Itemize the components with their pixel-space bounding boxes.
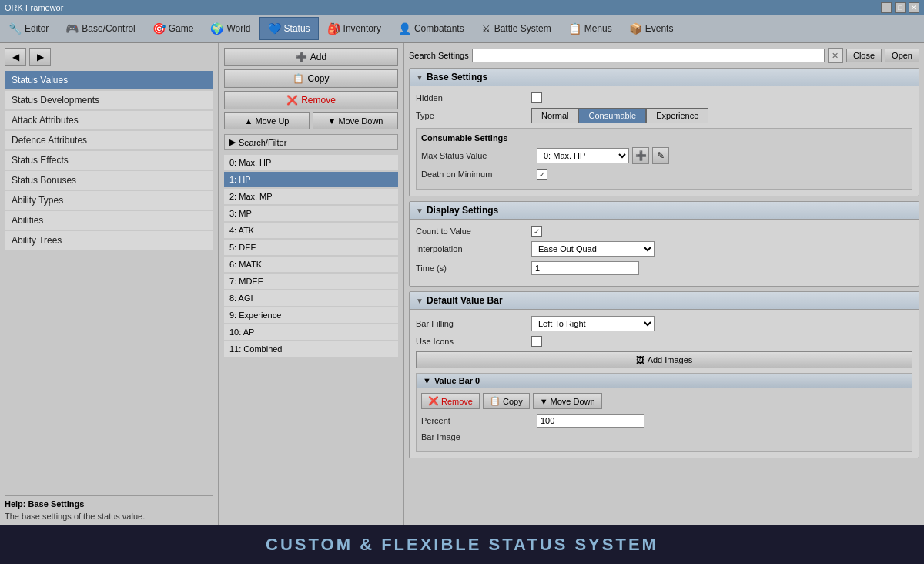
list-item-2[interactable]: 2: Max. MP xyxy=(224,189,398,204)
death-on-minimum-checkbox[interactable] xyxy=(537,169,547,180)
value-bar-0-section: ▼ Value Bar 0 ❌ Remove 📋 Copy xyxy=(416,373,912,452)
display-settings-arrow-icon: ▼ xyxy=(416,206,424,215)
type-field: Type Normal Consumable Experience xyxy=(416,108,912,123)
death-on-minimum-label: Death on Minimum xyxy=(421,170,537,179)
tab-menus[interactable]: 📋 Menus xyxy=(560,17,621,40)
sidebar-item-status-values[interactable]: Status Values xyxy=(5,71,213,89)
hidden-checkbox[interactable] xyxy=(531,92,542,103)
search-input[interactable] xyxy=(472,49,825,62)
remove-button[interactable]: ❌ Remove xyxy=(224,91,398,109)
close-btn[interactable]: ✕ xyxy=(909,2,919,13)
move-down-button[interactable]: ▼ Move Down xyxy=(313,112,398,129)
list-item-11[interactable]: 11: Combined xyxy=(224,341,398,357)
death-on-minimum-field: Death on Minimum xyxy=(421,169,907,180)
nav-forward-btn[interactable]: ▶ xyxy=(29,48,51,66)
search-label: Search Settings xyxy=(409,51,469,60)
value-bar-copy-button[interactable]: 📋 Copy xyxy=(483,393,530,409)
use-icons-checkbox[interactable] xyxy=(531,336,542,347)
inventory-icon: 🎒 xyxy=(327,22,340,35)
value-bar-0-arrow-icon: ▼ xyxy=(423,376,431,385)
value-bar-remove-button[interactable]: ❌ Remove xyxy=(421,393,480,409)
max-status-add-btn[interactable]: ➕ xyxy=(632,147,649,164)
add-images-button[interactable]: 🖼 Add Images xyxy=(416,351,912,368)
count-to-value-checkbox[interactable] xyxy=(531,226,542,237)
tab-battle-system[interactable]: ⚔ Battle System xyxy=(473,17,560,40)
vb-move-down-icon: ▼ xyxy=(540,397,548,406)
tab-events[interactable]: 📦 Events xyxy=(621,17,682,40)
add-button[interactable]: ➕ Add xyxy=(224,48,398,66)
tab-combatants[interactable]: 👤 Combatants xyxy=(390,17,473,40)
list-item-5[interactable]: 5: DEF xyxy=(224,240,398,255)
consumable-settings-subsection: Consumable Settings Max Status Value 0: … xyxy=(416,128,912,190)
list-item-1[interactable]: 1: HP xyxy=(224,172,398,187)
tab-base-control[interactable]: 🎮 Base/Control xyxy=(57,17,143,40)
bar-image-label: Bar Image xyxy=(421,432,537,441)
help-text: The base settings of the status value. xyxy=(5,512,213,521)
percent-field: Percent xyxy=(421,414,907,428)
close-button[interactable]: Close xyxy=(846,49,882,62)
list-item-3[interactable]: 3: MP xyxy=(224,206,398,221)
max-status-value-value: 0: Max. HP ➕ ✎ xyxy=(537,147,669,164)
title-bar: ORK Framewor ─ □ ✕ xyxy=(0,0,924,15)
sidebar-item-status-bonuses[interactable]: Status Bonuses xyxy=(5,171,213,190)
tab-inventory[interactable]: 🎒 Inventory xyxy=(319,17,390,40)
tab-world[interactable]: 🌍 World xyxy=(202,17,259,40)
list-item-10[interactable]: 10: AP xyxy=(224,324,398,340)
minimize-btn[interactable]: ─ xyxy=(881,2,892,13)
bottom-banner: CUSTOM & FLEXIBLE STATUS SYSTEM xyxy=(0,525,924,564)
sidebar-item-attack-attributes[interactable]: Attack Attributes xyxy=(5,111,213,129)
time-input[interactable] xyxy=(531,261,639,275)
type-experience-button[interactable]: Experience xyxy=(646,108,708,123)
list-item-8[interactable]: 8: AGI xyxy=(224,290,398,306)
tab-editor[interactable]: 🔧 Editor xyxy=(0,17,57,40)
interpolation-select[interactable]: Ease Out Quad xyxy=(531,241,654,257)
move-up-button[interactable]: ▲ Move Up xyxy=(224,112,310,129)
sidebar-item-defence-attributes[interactable]: Defence Attributes xyxy=(5,131,213,149)
sidebar-item-status-effects[interactable]: Status Effects xyxy=(5,151,213,170)
type-button-group: Normal Consumable Experience xyxy=(531,108,708,123)
time-label: Time (s) xyxy=(416,264,531,273)
add-icon: ➕ xyxy=(296,52,307,62)
value-bar-move-down-button[interactable]: ▼ Move Down xyxy=(533,393,602,409)
search-bar: Search Settings ✕ Close Open xyxy=(409,48,919,63)
bar-filling-select[interactable]: Left To Right xyxy=(531,316,654,331)
tab-bar: 🔧 Editor 🎮 Base/Control 🎯 Game 🌍 World 💙… xyxy=(0,15,924,43)
list-item-9[interactable]: 9: Experience xyxy=(224,307,398,323)
search-filter-toggle[interactable]: ▶ Search/Filter xyxy=(224,134,398,150)
list-item-0[interactable]: 0: Max. HP xyxy=(224,155,398,170)
up-arrow-icon: ▲ xyxy=(245,116,253,126)
middle-panel: ➕ Add 📋 Copy ❌ Remove ▲ Move Up ▼ Move D… xyxy=(219,43,404,525)
max-status-value-select[interactable]: 0: Max. HP xyxy=(537,148,629,163)
max-status-value-field: Max Status Value 0: Max. HP ➕ ✎ xyxy=(421,147,907,164)
default-value-bar-section: ▼ Default Value Bar Bar Filling Left To … xyxy=(409,291,919,458)
sidebar-item-ability-types[interactable]: Ability Types xyxy=(5,191,213,210)
max-status-edit-btn[interactable]: ✎ xyxy=(652,147,669,164)
base-settings-section: ▼ Base Settings Hidden Type Normal xyxy=(409,68,919,196)
remove-icon: ❌ xyxy=(286,95,298,106)
tab-game[interactable]: 🎯 Game xyxy=(144,17,203,40)
list-item-7[interactable]: 7: MDEF xyxy=(224,274,398,289)
hidden-value xyxy=(531,92,542,103)
type-consumable-button[interactable]: Consumable xyxy=(578,108,646,123)
list-item-4[interactable]: 4: ATK xyxy=(224,223,398,238)
vb-copy-icon: 📋 xyxy=(490,396,500,406)
max-status-value-label: Max Status Value xyxy=(421,151,537,160)
nav-back-btn[interactable]: ◀ xyxy=(5,48,26,66)
battle-icon: ⚔ xyxy=(481,22,491,35)
type-normal-button[interactable]: Normal xyxy=(531,108,578,123)
list-item-6[interactable]: 6: MATK xyxy=(224,257,398,272)
percent-label: Percent xyxy=(421,416,537,425)
left-sidebar: ◀ ▶ Status Values Status Developments At… xyxy=(0,43,219,525)
use-icons-value xyxy=(531,336,542,347)
tab-status[interactable]: 💙 Status xyxy=(259,17,319,40)
sidebar-item-status-developments[interactable]: Status Developments xyxy=(5,91,213,109)
search-clear-button[interactable]: ✕ xyxy=(828,48,843,63)
percent-input[interactable] xyxy=(537,414,644,428)
open-button[interactable]: Open xyxy=(885,49,919,62)
use-icons-field: Use Icons xyxy=(416,336,912,347)
default-value-bar-arrow-icon: ▼ xyxy=(416,297,424,305)
maximize-btn[interactable]: □ xyxy=(895,2,906,13)
sidebar-item-abilities[interactable]: Abilities xyxy=(5,211,213,230)
copy-button[interactable]: 📋 Copy xyxy=(224,69,398,88)
sidebar-item-ability-trees[interactable]: Ability Trees xyxy=(5,231,213,250)
